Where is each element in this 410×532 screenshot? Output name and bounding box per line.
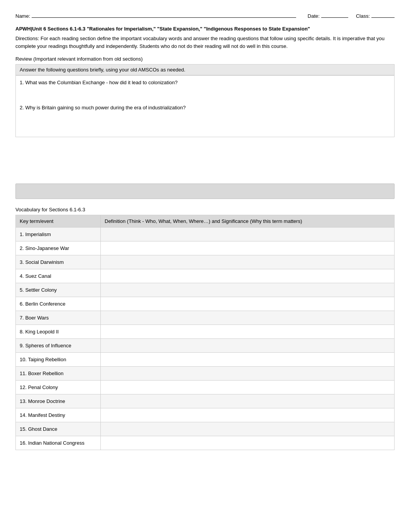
definition-cell[interactable] [101,339,395,353]
definition-cell[interactable] [101,255,395,269]
term-cell: 12. Penal Colony [16,381,101,394]
title-text: APWH|Unit 6 Sections 6.1-6.3 "Rationales… [15,26,395,32]
table-row: 13. Monroe Doctrine [16,394,395,408]
col-header-term: Key term/event [16,215,101,228]
class-field[interactable] [371,12,395,18]
name-field[interactable] [32,12,296,18]
table-row: 3. Social Darwinism [16,255,395,269]
term-cell: 7. Boer Wars [16,311,101,325]
date-label: Date: [308,13,320,19]
term-cell: 13. Monroe Doctrine [16,394,101,408]
term-cell: 1. Imperialism [16,228,101,241]
definition-cell[interactable] [101,297,395,311]
definition-cell[interactable] [101,394,395,408]
review-questions-area: 1. What was the Columbian Exchange - how… [15,75,395,137]
vocabulary-table: Key term/event Definition (Think - Who, … [15,215,395,450]
table-row: 4. Suez Canal [16,269,395,283]
definition-cell[interactable] [101,228,395,241]
term-cell: 11. Boxer Rebellion [16,367,101,381]
table-row: 8. King Leopold II [16,325,395,339]
definition-cell[interactable] [101,283,395,297]
table-row: 10. Taiping Rebellion [16,353,395,367]
review-instruction: Answer the following questions briefly, … [20,67,390,73]
term-cell: 5. Settler Colony [16,283,101,297]
definition-cell[interactable] [101,353,395,367]
definition-cell[interactable] [101,436,395,450]
directions-text: Directions: For each reading section def… [15,35,395,50]
table-row: 15. Ghost Dance [16,422,395,436]
table-row: 12. Penal Colony [16,381,395,394]
definition-cell[interactable] [101,367,395,381]
header-row: Name: Date: Class: [15,12,395,19]
term-cell: 16. Indian National Congress [16,436,101,450]
table-row: 6. Berlin Conference [16,297,395,311]
question-1-text: 1. What was the Columbian Exchange - how… [20,80,390,85]
table-row: 5. Settler Colony [16,283,395,297]
term-cell: 15. Ghost Dance [16,422,101,436]
definition-cell[interactable] [101,408,395,422]
term-cell: 8. King Leopold II [16,325,101,339]
question-2: 2. Why is Britain gaining so much power … [20,105,390,110]
name-label: Name: [15,13,30,19]
definition-cell[interactable] [101,422,395,436]
gray-divider-box [15,184,395,199]
vocab-label: Vocabulary for Sections 6.1-6.3 [15,207,395,212]
table-row: 7. Boer Wars [16,311,395,325]
table-row: 16. Indian National Congress [16,436,395,450]
page-spacer [15,137,395,184]
definition-cell[interactable] [101,381,395,394]
date-field[interactable] [321,12,348,18]
term-cell: 9. Spheres of Influence [16,339,101,353]
definition-cell[interactable] [101,311,395,325]
term-cell: 10. Taiping Rebellion [16,353,101,367]
table-row: 2. Sino-Japanese War [16,241,395,255]
table-header-row: Key term/event Definition (Think - Who, … [16,215,395,228]
table-row: 9. Spheres of Influence [16,339,395,353]
review-section: Review (Important relevant information f… [15,56,395,137]
definition-cell[interactable] [101,241,395,255]
table-row: 14. Manifest Destiny [16,408,395,422]
term-cell: 3. Social Darwinism [16,255,101,269]
document-title: APWH|Unit 6 Sections 6.1-6.3 "Rationales… [15,26,395,32]
definition-cell[interactable] [101,269,395,283]
review-box: Answer the following questions briefly, … [15,64,395,75]
table-row: 11. Boxer Rebellion [16,367,395,381]
definition-cell[interactable] [101,325,395,339]
review-label: Review (Important relevant information f… [15,56,395,62]
class-label: Class: [356,13,370,19]
table-row: 1. Imperialism [16,228,395,241]
question-1: 1. What was the Columbian Exchange - how… [20,80,390,85]
question-2-text: 2. Why is Britain gaining so much power … [20,105,390,110]
term-cell: 2. Sino-Japanese War [16,241,101,255]
term-cell: 6. Berlin Conference [16,297,101,311]
term-cell: 4. Suez Canal [16,269,101,283]
term-cell: 14. Manifest Destiny [16,408,101,422]
col-header-definition: Definition (Think - Who, What, When, Whe… [101,215,395,228]
